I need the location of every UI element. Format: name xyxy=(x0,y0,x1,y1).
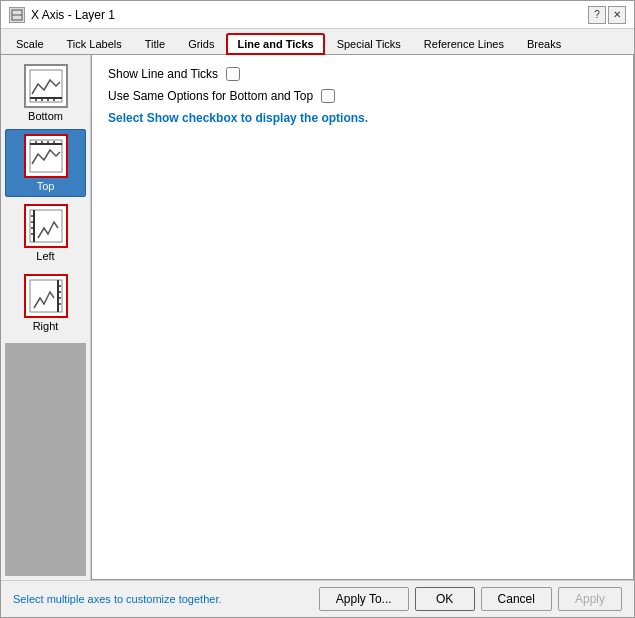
tab-breaks[interactable]: Breaks xyxy=(516,33,572,54)
sidebar: Bottom Top xyxy=(1,55,91,580)
tab-scale[interactable]: Scale xyxy=(5,33,55,54)
bottom-axis-icon xyxy=(24,64,68,108)
action-buttons: Apply To... OK Cancel Apply xyxy=(319,587,622,611)
tab-content-panel: Show Line and Ticks Use Same Options for… xyxy=(91,55,634,580)
right-axis-label: Right xyxy=(33,320,59,332)
left-axis-label: Left xyxy=(36,250,54,262)
same-options-row: Use Same Options for Bottom and Top xyxy=(108,89,617,103)
top-axis-icon xyxy=(24,134,68,178)
info-prefix: Select xyxy=(13,593,47,605)
apply-to-button[interactable]: Apply To... xyxy=(319,587,409,611)
left-axis-icon xyxy=(24,204,68,248)
tab-bar: Scale Tick Labels Title Grids Line and T… xyxy=(1,29,634,55)
sidebar-gap xyxy=(5,343,86,576)
cancel-button[interactable]: Cancel xyxy=(481,587,552,611)
close-button[interactable]: ✕ xyxy=(608,6,626,24)
show-line-ticks-row: Show Line and Ticks xyxy=(108,67,617,81)
tab-reference-lines[interactable]: Reference Lines xyxy=(413,33,515,54)
tab-title[interactable]: Title xyxy=(134,33,176,54)
right-axis-icon xyxy=(24,274,68,318)
window-title: X Axis - Layer 1 xyxy=(31,8,115,22)
same-options-checkbox[interactable] xyxy=(321,89,335,103)
tab-grids[interactable]: Grids xyxy=(177,33,225,54)
ok-button[interactable]: OK xyxy=(415,587,475,611)
bottom-bar: Select multiple axes to customize togeth… xyxy=(1,580,634,617)
title-bar-left: X Axis - Layer 1 xyxy=(9,7,115,23)
content-area: Bottom Top xyxy=(1,55,634,580)
show-line-ticks-checkbox[interactable] xyxy=(226,67,240,81)
main-window: X Axis - Layer 1 ? ✕ Scale Tick Labels T… xyxy=(0,0,635,618)
show-line-ticks-label: Show Line and Ticks xyxy=(108,67,218,81)
window-icon xyxy=(9,7,25,23)
sidebar-item-top[interactable]: Top xyxy=(5,129,86,197)
bottom-axis-label: Bottom xyxy=(28,110,63,122)
multiple-link[interactable]: multiple xyxy=(47,593,85,605)
title-bar-buttons: ? ✕ xyxy=(588,6,626,24)
sidebar-item-bottom[interactable]: Bottom xyxy=(5,59,86,127)
tab-line-and-ticks[interactable]: Line and Ticks xyxy=(226,33,324,55)
sidebar-item-right[interactable]: Right xyxy=(5,269,86,337)
tab-special-ticks[interactable]: Special Ticks xyxy=(326,33,412,54)
info-message: Select Show checkbox to display the opti… xyxy=(108,111,617,125)
title-bar: X Axis - Layer 1 ? ✕ xyxy=(1,1,634,29)
help-button[interactable]: ? xyxy=(588,6,606,24)
same-options-label: Use Same Options for Bottom and Top xyxy=(108,89,313,103)
apply-button[interactable]: Apply xyxy=(558,587,622,611)
info-suffix: axes to customize together. xyxy=(85,593,222,605)
top-axis-label: Top xyxy=(37,180,55,192)
bottom-info-text: Select multiple axes to customize togeth… xyxy=(13,593,222,605)
sidebar-item-left[interactable]: Left xyxy=(5,199,86,267)
tab-tick-labels[interactable]: Tick Labels xyxy=(56,33,133,54)
